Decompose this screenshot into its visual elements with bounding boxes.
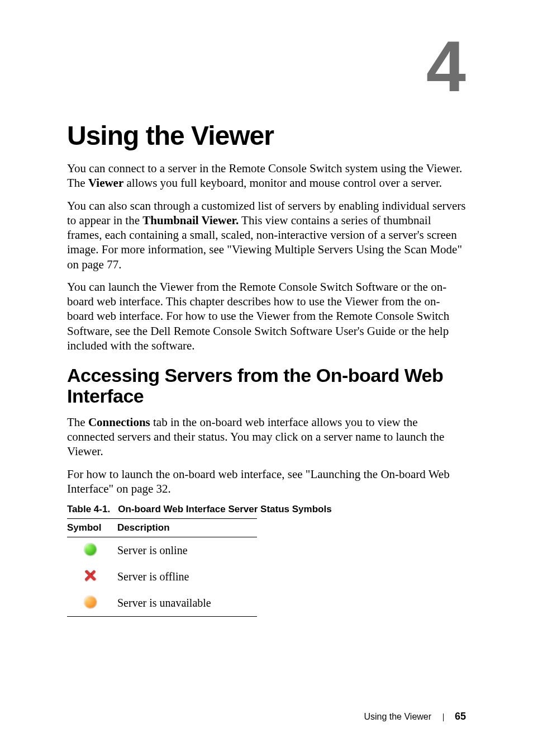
server-online-icon: [84, 543, 96, 555]
server-offline-icon: [84, 569, 96, 582]
table-caption: Table 4-1. On-board Web Interface Server…: [67, 504, 466, 515]
page-title: Using the Viewer: [67, 120, 466, 151]
server-unavailable-icon: [84, 596, 96, 608]
table-row: Server is online: [67, 537, 257, 564]
section-paragraph-1: The Connections tab in the on-board web …: [67, 415, 466, 459]
chapter-number: 4: [426, 31, 466, 102]
section-heading: Accessing Servers from the On-board Web …: [67, 365, 466, 407]
table-caption-prefix: Table 4-1.: [67, 504, 110, 514]
thumbnail-viewer-term: Thumbnail Viewer.: [142, 214, 239, 227]
section-paragraph-2: For how to launch the on-board web inter…: [67, 467, 466, 497]
text: The: [67, 415, 88, 429]
col-header-symbol: Symbol: [67, 519, 117, 537]
row-description: Server is unavailable: [117, 590, 257, 617]
col-header-description: Description: [117, 519, 257, 537]
page-number: 65: [455, 711, 466, 722]
text: allows you full keyboard, monitor and mo…: [123, 176, 442, 190]
table-caption-text: On-board Web Interface Server Status Sym…: [118, 504, 331, 514]
intro-paragraph-1: You can connect to a server in the Remot…: [67, 161, 466, 191]
row-description: Server is offline: [117, 564, 257, 590]
table-row: Server is offline: [67, 564, 257, 590]
table-row: Server is unavailable: [67, 590, 257, 617]
intro-paragraph-2: You can also scan through a customized l…: [67, 199, 466, 272]
status-table: Symbol Description Server is online Serv…: [67, 518, 257, 617]
intro-paragraph-3: You can launch the Viewer from the Remot…: [67, 280, 466, 353]
viewer-term: Viewer: [88, 176, 123, 190]
page-footer: Using the Viewer 65: [364, 711, 466, 722]
footer-separator: [443, 714, 444, 721]
row-description: Server is online: [117, 537, 257, 564]
footer-section: Using the Viewer: [364, 712, 431, 721]
connections-term: Connections: [88, 415, 150, 429]
